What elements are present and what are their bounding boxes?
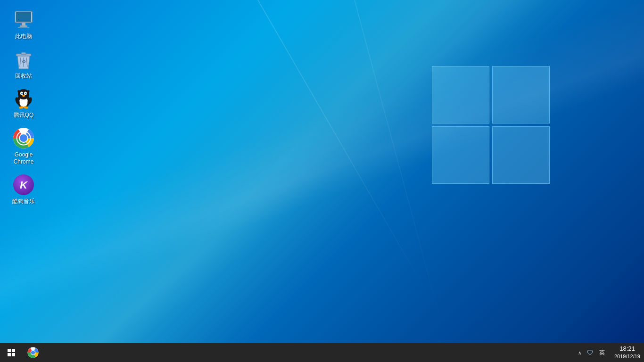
svg-rect-7	[21, 52, 26, 55]
svg-text:♻: ♻	[22, 59, 26, 64]
start-pane-br	[12, 353, 15, 356]
svg-point-36	[31, 351, 35, 354]
tray-date: 2019/12/19	[614, 353, 640, 360]
desktop-icons: 此电脑 ♻ 回收站	[5, 5, 42, 209]
windows-logo	[432, 66, 550, 240]
desktop-icon-this-pc[interactable]: 此电脑	[5, 5, 42, 44]
taskbar: ∧ 🛡 英 18:21 2019/12/19	[0, 343, 644, 362]
this-pc-label: 此电脑	[15, 33, 32, 41]
tray-datetime[interactable]: 18:21 2019/12/19	[611, 345, 644, 361]
desktop: 此电脑 ♻ 回收站	[0, 0, 644, 343]
win-pane-tl	[432, 66, 489, 123]
svg-point-17	[21, 93, 23, 94]
start-pane-tl	[8, 349, 11, 352]
svg-point-21	[22, 95, 25, 97]
tray-time: 18:21	[619, 345, 635, 353]
system-tray: ∧ 🛡 英 18:21 2019/12/19	[572, 343, 644, 362]
chrome-icon	[12, 127, 35, 149]
chrome-label: Google Chrome	[14, 151, 34, 166]
qq-icon	[12, 87, 35, 110]
light-beam-1	[258, 0, 430, 297]
win-pane-tr	[492, 66, 550, 123]
svg-point-30	[20, 134, 27, 142]
desktop-icon-kugou[interactable]: K 酷狗音乐	[5, 170, 42, 209]
win-pane-br	[492, 126, 550, 184]
desktop-icon-recycle-bin[interactable]: ♻ 回收站	[5, 44, 42, 84]
start-button[interactable]	[0, 343, 23, 362]
kugou-icon: K	[12, 173, 35, 196]
tray-expand-button[interactable]: ∧	[576, 350, 583, 355]
taskbar-chrome-button[interactable]	[23, 343, 43, 362]
tray-icons-area: ∧ 🛡 英	[572, 348, 611, 357]
desktop-icon-chrome[interactable]: Google Chrome	[5, 123, 42, 170]
recycle-bin-icon: ♻	[12, 48, 35, 71]
svg-text:K: K	[20, 179, 28, 191]
svg-point-20	[25, 93, 26, 93]
tray-language-button[interactable]: 英	[597, 349, 607, 357]
qq-label: 腾讯QQ	[14, 112, 34, 119]
this-pc-icon	[12, 8, 35, 31]
recycle-bin-label: 回收站	[15, 73, 32, 80]
windows-start-icon	[8, 349, 15, 356]
light-beam-2	[354, 0, 444, 331]
svg-rect-2	[22, 23, 25, 25]
svg-rect-3	[20, 25, 27, 27]
win-pane-bl	[432, 126, 489, 184]
desktop-icon-qq[interactable]: 腾讯QQ	[5, 83, 42, 123]
svg-rect-1	[16, 12, 31, 22]
svg-point-18	[25, 93, 26, 94]
kugou-label: 酷狗音乐	[12, 198, 35, 206]
start-pane-bl	[8, 353, 11, 356]
svg-point-19	[22, 93, 22, 93]
start-pane-tr	[12, 349, 15, 352]
tray-security-icon[interactable]: 🛡	[586, 348, 594, 357]
